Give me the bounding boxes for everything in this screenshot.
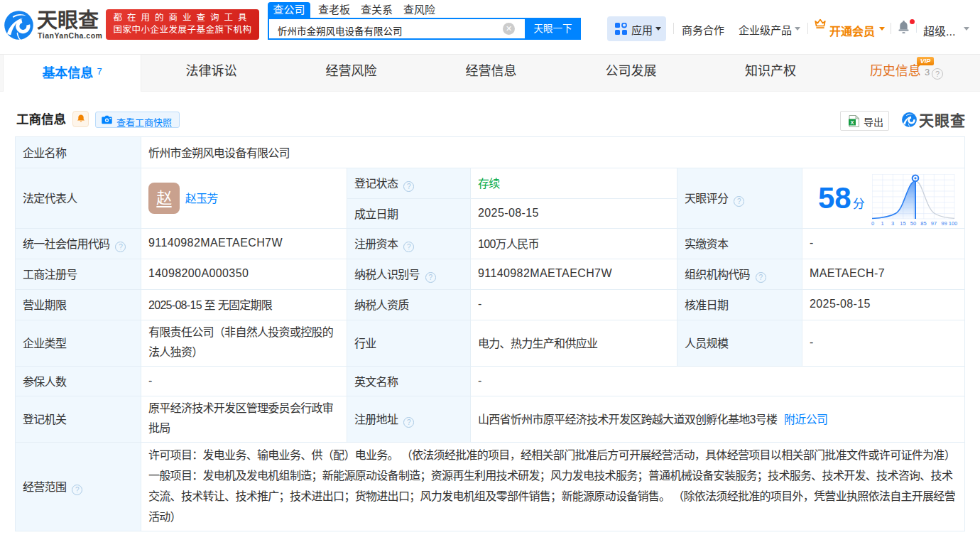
- svg-text:X: X: [850, 119, 854, 126]
